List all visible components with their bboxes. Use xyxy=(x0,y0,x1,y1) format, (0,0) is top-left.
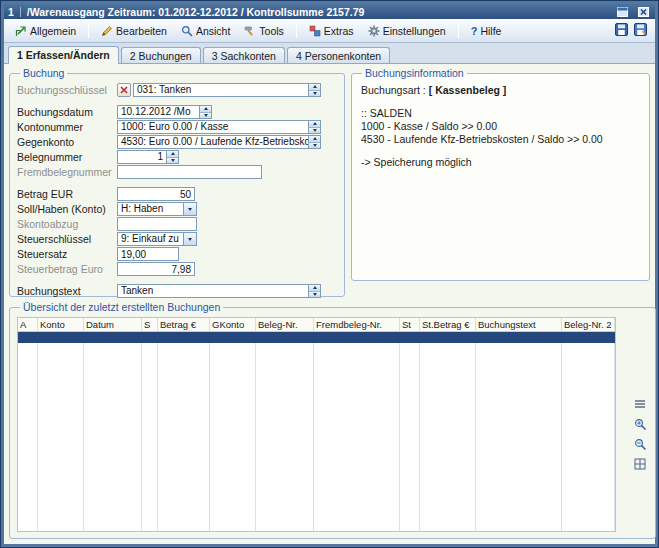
grid-icon[interactable] xyxy=(633,457,648,471)
column-header[interactable]: GKonto xyxy=(210,318,256,331)
tab-personenkonten[interactable]: 4 Personenkonten xyxy=(287,47,390,63)
restore-icon[interactable] xyxy=(615,6,630,18)
betrag-eur-label: Betrag EUR xyxy=(17,188,117,200)
buchungsschluessel-combo[interactable]: 031: Tanken xyxy=(133,83,321,97)
status-line: -> Speicherung möglich xyxy=(361,156,640,169)
buchungsart-value: [ Kassenbeleg ] xyxy=(429,84,507,96)
salden-header: :: SALDEN xyxy=(361,107,640,120)
tab-bar: 1 Erfassen/Ändern 2 Buchungen 3 Sachkont… xyxy=(4,43,655,63)
chevron-down-icon[interactable] xyxy=(183,233,196,245)
saldo-line: 1000 - Kasse / Saldo >> 0.00 xyxy=(361,120,640,133)
buchungsinformation-legend: Buchungsinformation xyxy=(362,67,467,79)
hammer-icon xyxy=(244,25,256,37)
column-header[interactable]: Konto xyxy=(38,318,84,331)
toolbar-item-label: Extras xyxy=(324,25,354,37)
buchungstext-combo[interactable]: Tanken xyxy=(117,284,321,298)
spinner[interactable] xyxy=(166,151,178,163)
column-header[interactable]: St.Betrag € xyxy=(420,318,476,331)
soll-haben-label: Soll/Haben (Konto) xyxy=(17,203,117,215)
column-header[interactable]: A xyxy=(18,318,38,331)
saldo-line: 4530 - Laufende Kfz-Betriebskosten / Sal… xyxy=(361,133,640,146)
buchungstext-label: Buchungstext xyxy=(17,285,117,297)
buchungsart-line: Buchungsart : [ Kassenbeleg ] xyxy=(361,84,640,97)
column-header[interactable]: Betrag € xyxy=(158,318,210,331)
uebersicht-panel: Übersicht der zuletzt erstellten Buchung… xyxy=(9,301,656,539)
kontonummer-combo[interactable]: 1000: Euro 0.00 / Kasse xyxy=(117,120,321,134)
gear-icon xyxy=(368,25,380,37)
spinner[interactable] xyxy=(308,84,320,96)
toolbar-item-tools[interactable]: Tools xyxy=(239,23,289,39)
column-header[interactable]: Fremdbeleg-Nr. xyxy=(314,318,400,331)
fremdbelegnummer-input[interactable] xyxy=(117,165,262,179)
selected-row[interactable] xyxy=(18,332,615,343)
toolbar-item-allgemein[interactable]: Allgemein xyxy=(10,23,81,39)
buchungsschluessel-label: Buchungsschlüssel xyxy=(17,84,117,96)
toolbar-item-bearbeiten[interactable]: Bearbeiten xyxy=(96,23,172,39)
spinner[interactable] xyxy=(308,136,320,148)
fremdbelegnummer-label: Fremdbelegnummer xyxy=(17,166,117,178)
column-header[interactable]: St xyxy=(400,318,420,331)
steuerschluessel-label: Steuerschlüssel xyxy=(17,233,117,245)
toolbar-item-hilfe[interactable]: ? Hilfe xyxy=(466,23,507,39)
toolbar-separator xyxy=(88,23,89,38)
belegnummer-field[interactable]: 1 xyxy=(117,150,179,164)
titlebar-divider xyxy=(20,7,21,17)
belegnummer-label: Belegnummer xyxy=(17,151,117,163)
buchung-panel: Buchung Buchungsschlüssel 031: Tanken Bu… xyxy=(9,67,345,297)
zoom-out-icon[interactable] xyxy=(633,437,648,451)
column-header[interactable]: Beleg-Nr. xyxy=(256,318,314,331)
pencil-icon xyxy=(101,25,113,37)
skontoabzug-input[interactable] xyxy=(117,217,197,231)
table-body xyxy=(18,343,615,531)
toolbar-item-einstellungen[interactable]: Einstellungen xyxy=(363,23,451,39)
buchungen-table[interactable]: A Konto Datum S Betrag € GKonto Beleg-Nr… xyxy=(17,317,616,532)
titlebar: 1 /Warenausgang Zeitraum: 01.2012-12.201… xyxy=(4,4,655,19)
steuersatz-input[interactable] xyxy=(117,247,179,261)
spinner[interactable] xyxy=(308,121,320,133)
toolbar-item-extras[interactable]: Extras xyxy=(304,23,359,39)
tab-buchungen[interactable]: 2 Buchungen xyxy=(121,47,201,63)
buchungsdatum-label: Buchungsdatum xyxy=(17,106,117,118)
column-header[interactable]: Beleg-Nr. 2 xyxy=(562,318,615,331)
zoom-in-icon[interactable] xyxy=(633,417,648,431)
clear-buchungsschluessel-button[interactable] xyxy=(117,83,131,97)
buchungsinformation-panel: Buchungsinformation Buchungsart : [ Kass… xyxy=(351,67,650,281)
toolbar-item-label: Bearbeiten xyxy=(116,25,167,37)
steuerbetrag-euro-input[interactable] xyxy=(117,262,195,276)
tab-sachkonten[interactable]: 3 Sachkonten xyxy=(203,47,285,63)
toolbar-item-label: Hilfe xyxy=(480,25,501,37)
save-all-icon[interactable] xyxy=(634,23,647,38)
chevron-down-icon[interactable] xyxy=(183,203,196,215)
window-number: 1 xyxy=(8,6,14,18)
spinner[interactable] xyxy=(199,106,211,118)
buchung-legend: Buchung xyxy=(20,67,67,79)
buchungsdatum-field[interactable]: 10.12.2012 /Mo xyxy=(117,105,212,119)
table-side-toolbar xyxy=(633,397,648,471)
spinner[interactable] xyxy=(308,285,320,297)
steuerbetrag-euro-label: Steuerbetrag Euro xyxy=(17,263,117,275)
column-header[interactable]: Buchungstext xyxy=(476,318,562,331)
tab-erfassen-aendern[interactable]: 1 Erfassen/Ändern xyxy=(8,46,119,64)
toolbar-item-label: Allgemein xyxy=(30,25,76,37)
column-header[interactable]: Datum xyxy=(84,318,142,331)
toolbar-item-label: Tools xyxy=(259,25,284,37)
steuerschluessel-dropdown[interactable]: 9: Einkauf zu xyxy=(117,232,197,246)
menu-lines-icon[interactable] xyxy=(633,397,648,411)
exit-arrow-icon xyxy=(15,25,27,37)
blocks-icon xyxy=(309,25,321,37)
red-x-icon xyxy=(120,84,128,96)
help-icon: ? xyxy=(471,25,478,37)
soll-haben-dropdown[interactable]: H: Haben xyxy=(117,202,197,216)
toolbar-item-ansicht[interactable]: Ansicht xyxy=(176,23,235,39)
toolbar-item-label: Ansicht xyxy=(196,25,230,37)
toolbar-item-label: Einstellungen xyxy=(383,25,446,37)
column-header[interactable]: S xyxy=(142,318,158,331)
gegenkonto-combo[interactable]: 4530: Euro 0.00 / Laufende Kfz-Betriebsk… xyxy=(117,135,321,149)
skontoabzug-label: Skontoabzug xyxy=(17,218,117,230)
betrag-eur-input[interactable] xyxy=(117,187,195,201)
save-icon[interactable] xyxy=(615,23,628,38)
table-header-row: A Konto Datum S Betrag € GKonto Beleg-Nr… xyxy=(18,318,615,332)
window-title: /Warenausgang Zeitraum: 01.2012-12.2012 … xyxy=(27,6,609,18)
kontonummer-label: Kontonummer xyxy=(17,121,117,133)
close-icon[interactable] xyxy=(636,6,651,18)
